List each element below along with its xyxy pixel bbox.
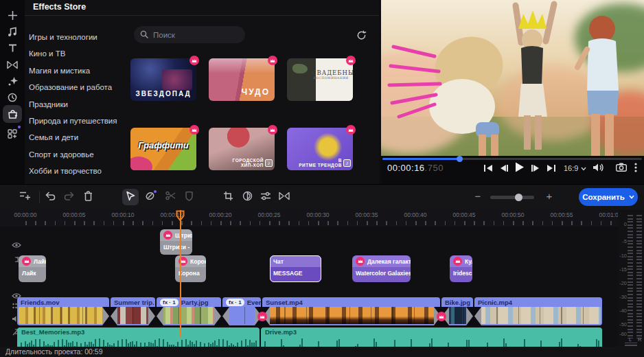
card-thumbnail: ГОРОДСКОЙХИП-ХОП♪: [209, 128, 275, 170]
transition-wizard-button[interactable]: [276, 189, 292, 205]
premium-crown-badge: [189, 125, 199, 135]
meter-db-label: -15: [619, 266, 627, 273]
audio-level-meter: 0-5-10-15-20-30-40-50-60LR: [618, 209, 644, 347]
clip-header: Лайк: [19, 255, 46, 267]
color-adjust-button[interactable]: [239, 189, 255, 205]
premium-crown-badge: [268, 56, 277, 65]
add-to-timeline-icon: [19, 191, 31, 204]
playhead-marker[interactable]: [176, 210, 185, 224]
project-duration-label: Длительность проекта: 00:59: [5, 347, 103, 356]
cursor-tool-button[interactable]: [122, 189, 139, 205]
titles-button[interactable]: [3, 40, 22, 56]
crop-button[interactable]: [220, 189, 236, 205]
ruler-time-label: 00:00:05: [59, 211, 89, 218]
music-note-icon: ♪: [343, 159, 351, 167]
zoom-slider-knob[interactable]: [515, 194, 522, 201]
card-caption: СВАДЕБНЫЕВОСПОМИНАНИЯ: [312, 69, 350, 80]
overlay-clip[interactable]: Кул Iridesc: [450, 255, 472, 282]
transition-marker[interactable]: [466, 307, 481, 325]
video-clip[interactable]: Picnic.mp4: [474, 297, 602, 325]
seek-bar[interactable]: [382, 158, 642, 160]
ruler-time-label: 00:00:40: [400, 211, 430, 218]
skip-start-button[interactable]: [484, 163, 493, 175]
timeline-ruler[interactable]: 00:00:0000:00:0500:00:1000:00:1500:00:20…: [0, 209, 618, 227]
video-clip[interactable]: Friends.mov: [17, 297, 109, 325]
play-button[interactable]: [515, 162, 525, 175]
transitions-button[interactable]: [3, 56, 22, 73]
next-frame-button[interactable]: [531, 163, 540, 175]
save-button[interactable]: Сохранить: [579, 188, 638, 206]
shield-icon: [185, 191, 194, 204]
settings-sliders-button[interactable]: [257, 189, 274, 205]
category-item[interactable]: Праздники: [27, 96, 137, 113]
snapshot-camera-button[interactable]: [616, 163, 627, 172]
clip-header: Bike.jpg: [441, 297, 473, 307]
overlay-clip[interactable]: Лайк Лайк: [19, 255, 46, 282]
effects-store-button[interactable]: [3, 105, 22, 123]
aspect-ratio-select[interactable]: 16:9: [564, 164, 586, 172]
clip-header: Sunset.mp4: [262, 297, 440, 307]
search-input[interactable]: [153, 31, 229, 39]
more-options-kebab-button[interactable]: [634, 163, 637, 172]
audio-button[interactable]: [3, 23, 22, 40]
video-clip[interactable]: fx · 1Party.jpg: [157, 297, 221, 325]
delete-button[interactable]: [80, 189, 96, 205]
zoom-in-button[interactable]: +: [544, 190, 555, 202]
transition-marker[interactable]: [148, 307, 163, 325]
zoom-out-button[interactable]: −: [472, 190, 483, 202]
meter-db-label: -20: [619, 280, 627, 286]
split-scissors-button[interactable]: [162, 189, 179, 205]
transition-marker[interactable]: [434, 307, 449, 325]
overlay-clip[interactable]: Далекая галакти Watercolor Galaxies: [352, 255, 411, 282]
volume-button[interactable]: [593, 163, 604, 172]
category-item[interactable]: Игры и технологии: [27, 29, 137, 45]
card-caption: Граффити: [130, 140, 196, 150]
clip-header: Drive.mp3: [261, 327, 602, 336]
overlay-clip[interactable]: Чат MESSAGE: [270, 255, 321, 282]
skip-end-button[interactable]: [547, 163, 555, 175]
transition-marker[interactable]: [255, 307, 270, 325]
redo-button[interactable]: [61, 189, 78, 205]
undo-button[interactable]: [42, 189, 58, 205]
card-thumbnail: ЧУДО: [209, 58, 275, 101]
category-item[interactable]: Образование и работа: [27, 79, 137, 95]
overlay-clip[interactable]: Штрих Штрихи -: [160, 229, 192, 255]
playhead-line[interactable]: [180, 210, 181, 338]
more-tools-button[interactable]: [3, 126, 22, 142]
prev-frame-button[interactable]: [500, 163, 508, 175]
shield-button[interactable]: [181, 189, 197, 205]
pen-tool-button[interactable]: [141, 189, 158, 205]
audio-icon: [8, 27, 17, 37]
seek-knob[interactable]: [457, 156, 463, 162]
transition-premium-crown-badge: [257, 312, 267, 321]
clip-header: fx · 1Party.jpg: [157, 297, 221, 307]
category-item[interactable]: Кино и ТВ: [27, 45, 137, 62]
chevron-down-icon: [581, 164, 586, 172]
transitions-icon: [7, 60, 18, 69]
category-item[interactable]: Хобби и творчество: [27, 163, 137, 179]
overlay-track-visibility-eye-icon[interactable]: [12, 242, 21, 250]
search-box[interactable]: [134, 26, 245, 43]
transition-marker[interactable]: [102, 307, 117, 325]
video-clip[interactable]: Sunset.mp4: [262, 297, 440, 325]
card-thumbnail: ЗВЕЗДОПАД: [130, 58, 196, 101]
card-thumbnail: ВРИТМЕ ТРЕНДОВ♪: [287, 128, 353, 170]
refresh-button[interactable]: [354, 28, 368, 42]
clock-button[interactable]: [3, 89, 22, 106]
timeline-zoom-slider[interactable]: [490, 196, 534, 199]
timeline-area: 00:00:0000:00:0500:00:1000:00:1500:00:20…: [0, 209, 644, 347]
add-to-timeline-button[interactable]: [16, 189, 33, 205]
ruler-time-label: 00:00:55: [547, 211, 577, 218]
ruler-time-label: 00:00:20: [205, 211, 235, 218]
transition-marker[interactable]: [214, 307, 229, 325]
category-item[interactable]: Магия и мистика: [27, 62, 137, 79]
ruler-ticks: [25, 221, 616, 225]
category-item[interactable]: Природа и путешествия: [27, 113, 137, 129]
category-item[interactable]: Спорт и здоровье: [27, 146, 137, 163]
premium-crown-badge: [163, 231, 172, 240]
category-item[interactable]: Семья и дети: [27, 129, 137, 146]
effects-button[interactable]: [3, 73, 22, 89]
add-media-button[interactable]: [3, 7, 22, 23]
ruler-time-label: 00:00:30: [303, 211, 333, 218]
left-tool-rail: [0, 0, 25, 184]
